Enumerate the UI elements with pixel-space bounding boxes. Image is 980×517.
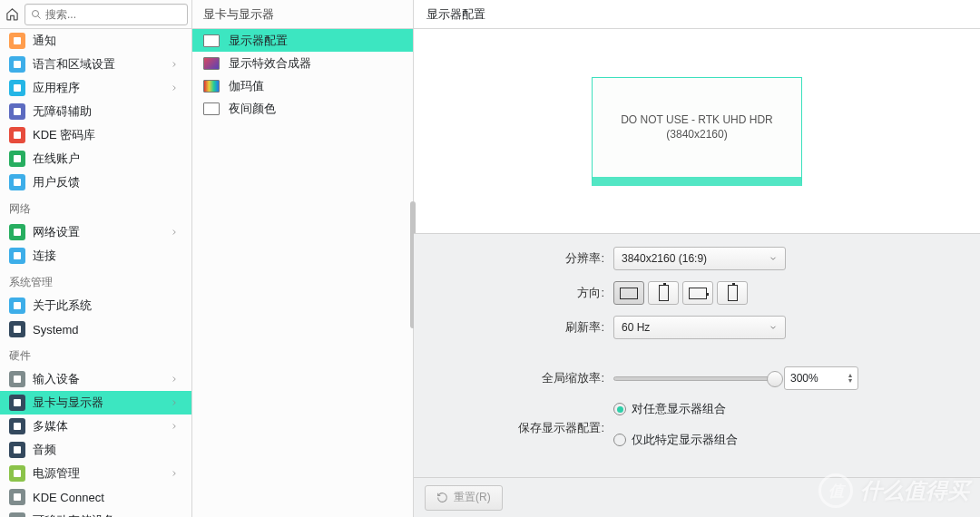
drive-icon xyxy=(9,512,25,517)
search-input-wrapper[interactable] xyxy=(24,4,188,25)
globe-icon xyxy=(9,248,25,264)
monitor-icon xyxy=(203,102,220,115)
svg-rect-20 xyxy=(14,470,21,477)
refresh-value: 60 Hz xyxy=(622,321,650,334)
sidebar-item[interactable]: 可移动存储设备 xyxy=(0,509,191,517)
sidebar-item[interactable]: 输入设备 xyxy=(0,367,191,391)
sidebar-item[interactable]: 用户反馈 xyxy=(0,171,191,194)
subpanel-item-label: 显示器配置 xyxy=(229,33,288,49)
svg-rect-11 xyxy=(14,179,21,186)
sidebar-item[interactable]: KDE Connect xyxy=(0,485,191,509)
flag-icon xyxy=(9,56,25,73)
monitor-icon xyxy=(203,80,220,93)
sidebar-item[interactable]: 语言和区域设置 xyxy=(0,53,191,76)
media-icon xyxy=(9,418,25,434)
sidebar-item[interactable]: 多媒体 xyxy=(0,415,191,438)
sidebar-item-label: 多媒体 xyxy=(33,418,162,434)
svg-rect-6 xyxy=(14,61,21,68)
sidebar-item-label: 语言和区域设置 xyxy=(33,56,162,73)
label-resolution: 分辨率: xyxy=(432,250,613,267)
subpanel-item[interactable]: 显示特效合成器 xyxy=(192,52,413,74)
chevron-right-icon xyxy=(170,514,182,518)
panel-title: 显示器配置 xyxy=(414,0,980,29)
radio-only-label: 仅此特定显示器组合 xyxy=(632,432,738,448)
sidebar-item[interactable]: 电源管理 xyxy=(0,462,191,485)
monitor-icon xyxy=(203,57,220,70)
scale-slider[interactable] xyxy=(613,376,777,381)
sidebar-item-label: 无障碍辅助 xyxy=(33,103,182,120)
scale-value: 300% xyxy=(790,372,818,385)
radio-icon xyxy=(613,434,626,446)
sidebar-item-label: 显卡与显示器 xyxy=(33,395,162,411)
svg-rect-18 xyxy=(14,423,21,430)
sidebar-item-label: 连接 xyxy=(33,248,182,264)
svg-point-0 xyxy=(33,10,39,16)
chevron-right-icon xyxy=(170,373,182,386)
sidebar-group-header: 网络 xyxy=(0,194,191,220)
sidebar-item-label: 电源管理 xyxy=(33,465,162,482)
sidebar-item[interactable]: Systemd xyxy=(0,317,191,341)
middle-panel-title: 显卡与显示器 xyxy=(192,0,413,29)
radio-icon xyxy=(613,403,626,415)
sidebar-item-label: 通知 xyxy=(33,33,182,49)
sidebar-item-label: 可移动存储设备 xyxy=(33,512,162,517)
sidebar-item[interactable]: 应用程序 xyxy=(0,76,191,100)
sidebar-item[interactable]: 音频 xyxy=(0,438,191,462)
sidebar-item[interactable]: 连接 xyxy=(0,244,191,268)
sidebar-item[interactable]: 在线账户 xyxy=(0,147,191,171)
subpanel-item[interactable]: 夜间颜色 xyxy=(192,97,413,120)
reset-button[interactable]: 重置(R) xyxy=(425,485,503,511)
sidebar-item-label: 应用程序 xyxy=(33,80,162,96)
orientation-group xyxy=(613,281,748,305)
sidebar-item-label: Systemd xyxy=(33,323,182,337)
home-button[interactable] xyxy=(5,5,19,24)
label-orientation: 方向: xyxy=(432,285,613,301)
refresh-rate-select[interactable]: 60 Hz xyxy=(613,316,786,339)
orientation-landscape[interactable] xyxy=(613,281,644,305)
svg-rect-19 xyxy=(14,446,21,454)
reset-label: 重置(R) xyxy=(454,490,491,505)
chevron-right-icon xyxy=(170,226,182,239)
globe-icon xyxy=(9,224,25,240)
scale-spinbox[interactable]: 300% ▴▾ xyxy=(784,366,858,390)
sidebar-item-label: 网络设置 xyxy=(33,224,162,240)
orientation-portrait-left[interactable] xyxy=(648,281,679,305)
resolution-select[interactable]: 3840x2160 (16:9) xyxy=(613,247,786,270)
scale-slider-thumb[interactable] xyxy=(767,371,783,387)
sidebar-group-header: 硬件 xyxy=(0,341,191,367)
monitor-preview-area: DO NOT USE - RTK UHD HDR (3840x2160) xyxy=(414,29,980,233)
sidebar-item-label: 用户反馈 xyxy=(33,174,182,190)
radio-any-label: 对任意显示器组合 xyxy=(632,401,726,417)
mouse-icon xyxy=(9,371,25,387)
svg-rect-7 xyxy=(14,84,21,92)
orientation-portrait-right[interactable] xyxy=(717,281,748,305)
search-input[interactable] xyxy=(45,8,181,21)
monitor-preview[interactable]: DO NOT USE - RTK UHD HDR (3840x2160) xyxy=(592,77,802,186)
svg-rect-5 xyxy=(14,37,21,44)
search-icon xyxy=(31,9,42,20)
sidebar-item[interactable]: 关于此系统 xyxy=(0,294,191,317)
svg-rect-21 xyxy=(14,493,21,501)
sidebar-item[interactable]: 网络设置 xyxy=(0,220,191,244)
svg-rect-12 xyxy=(14,229,21,236)
monitor-resolution: (3840x2160) xyxy=(666,128,727,141)
radio-any-display[interactable]: 对任意显示器组合 xyxy=(613,401,726,417)
phone-icon xyxy=(9,489,25,505)
sidebar-item[interactable]: 无障碍辅助 xyxy=(0,100,191,123)
sidebar-item[interactable]: KDE 密码库 xyxy=(0,123,191,147)
spin-arrows-icon[interactable]: ▴▾ xyxy=(848,373,852,384)
subpanel-item[interactable]: 伽玛值 xyxy=(192,74,413,97)
svg-rect-16 xyxy=(14,376,21,383)
sidebar-item[interactable]: 显卡与显示器 xyxy=(0,391,191,415)
undo-icon xyxy=(436,492,448,503)
radio-only-display[interactable]: 仅此特定显示器组合 xyxy=(613,432,738,448)
svg-rect-13 xyxy=(14,252,21,259)
grid-icon xyxy=(9,80,25,96)
orientation-landscape-flipped[interactable] xyxy=(682,281,713,305)
sidebar-item-label: 音频 xyxy=(33,442,182,458)
sidebar: 通知语言和区域设置应用程序无障碍辅助KDE 密码库在线账户用户反馈网络网络设置连… xyxy=(0,29,191,517)
sidebar-item-label: 在线账户 xyxy=(33,151,182,167)
subpanel-item[interactable]: 显示器配置 xyxy=(192,29,413,52)
sidebar-item[interactable]: 通知 xyxy=(0,29,191,53)
sidebar-group-header: 系统管理 xyxy=(0,268,191,294)
